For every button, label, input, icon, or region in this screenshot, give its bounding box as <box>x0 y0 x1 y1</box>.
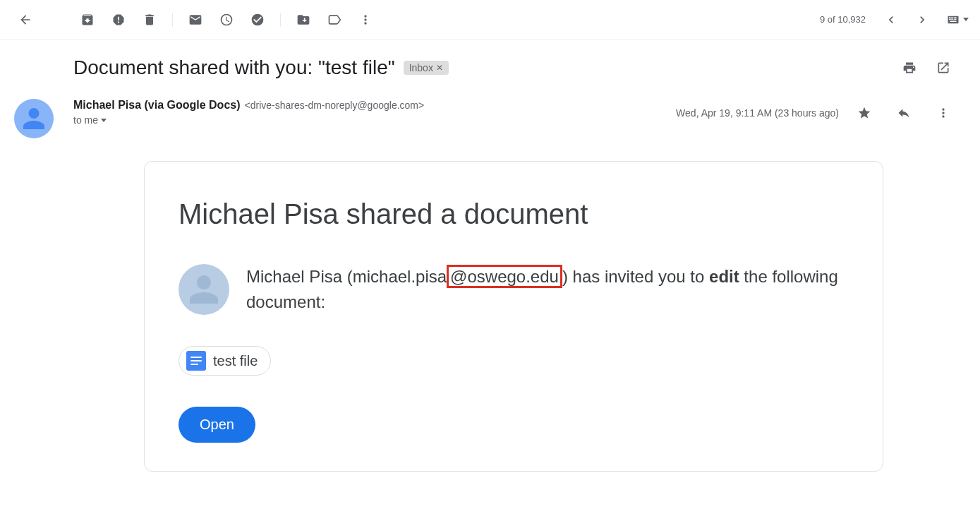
svg-rect-2 <box>950 17 952 18</box>
more-button[interactable] <box>351 6 380 34</box>
remove-label-button[interactable]: ✕ <box>436 63 443 73</box>
archive-icon <box>80 13 95 27</box>
invite-prefix: Michael Pisa (michael.pisa <box>246 267 447 286</box>
chevron-down-icon <box>101 119 107 122</box>
permission-word: edit <box>709 267 739 286</box>
card-row: Michael Pisa (michael.pisa@oswego.edu) h… <box>179 264 849 315</box>
email-meta: Wed, Apr 19, 9:11 AM (23 hours ago) <box>676 99 957 127</box>
svg-rect-3 <box>952 17 954 18</box>
file-chip[interactable]: test file <box>179 346 271 376</box>
archive-button[interactable] <box>73 6 102 34</box>
back-button[interactable] <box>11 6 40 34</box>
sender-email: <drive-shares-dm-noreply@google.com> <box>245 100 425 111</box>
svg-rect-10 <box>955 18 957 20</box>
move-to-icon <box>296 13 310 27</box>
spam-button[interactable] <box>104 6 133 34</box>
prev-button[interactable] <box>877 6 905 34</box>
person-icon <box>187 273 221 306</box>
keyboard-icon <box>945 13 962 26</box>
labels-button[interactable] <box>320 6 349 34</box>
svg-rect-7 <box>950 18 952 20</box>
input-tools[interactable] <box>945 13 969 26</box>
open-new-icon <box>936 61 950 75</box>
invite-mid: ) has invited you to <box>562 267 709 286</box>
divider <box>172 13 173 27</box>
message-more-button[interactable] <box>929 99 957 127</box>
arrow-left-icon <box>18 13 32 27</box>
add-task-button[interactable] <box>243 6 272 34</box>
email-subject: Document shared with you: "test file" <box>73 56 395 79</box>
pagination-count: 9 of 10,932 <box>820 14 866 25</box>
task-add-icon <box>250 13 265 27</box>
divider <box>280 13 281 27</box>
sender-name: Michael Pisa (via Google Docs) <box>73 99 241 112</box>
svg-rect-9 <box>954 18 955 20</box>
email-header: Michael Pisa (via Google Docs) <drive-sh… <box>73 99 957 127</box>
chevron-right-icon <box>915 13 929 27</box>
clock-icon <box>219 13 234 27</box>
chevron-left-icon <box>884 13 898 27</box>
next-button[interactable] <box>908 6 936 34</box>
svg-rect-11 <box>950 20 957 22</box>
label-icon <box>327 13 341 27</box>
snooze-button[interactable] <box>212 6 241 34</box>
email-content: Document shared with you: "test file" In… <box>0 40 980 472</box>
more-vert-icon <box>936 106 950 120</box>
svg-rect-5 <box>955 17 957 18</box>
card-title: Michael Pisa shared a document <box>179 198 849 230</box>
print-button[interactable] <box>895 54 924 82</box>
share-card: Michael Pisa shared a document Michael P… <box>144 161 883 472</box>
mail-icon <box>188 13 202 27</box>
star-icon <box>857 106 871 120</box>
chevron-down-icon <box>963 18 969 21</box>
to-text: to me <box>73 114 98 126</box>
reply-button[interactable] <box>890 99 918 127</box>
subject-actions <box>895 54 957 82</box>
new-window-button[interactable] <box>929 54 957 82</box>
subject-row: Document shared with you: "test file" In… <box>73 54 957 82</box>
delete-button[interactable] <box>135 6 164 34</box>
open-button[interactable]: Open <box>179 407 255 443</box>
star-button[interactable] <box>850 99 878 127</box>
trash-icon <box>143 13 157 27</box>
more-vert-icon <box>358 13 373 27</box>
email-date: Wed, Apr 19, 9:11 AM (23 hours ago) <box>676 107 839 119</box>
file-name: test file <box>213 353 258 369</box>
mark-unread-button[interactable] <box>181 6 210 34</box>
inbox-label[interactable]: Inbox ✕ <box>404 61 449 75</box>
invite-text: Michael Pisa (michael.pisa@oswego.edu) h… <box>246 264 849 315</box>
sender-avatar <box>14 99 54 138</box>
sharer-avatar <box>179 264 229 315</box>
person-icon <box>21 106 47 131</box>
email-domain-highlight: @oswego.edu <box>447 265 562 288</box>
recipient-line[interactable]: to me <box>73 114 676 126</box>
label-text: Inbox <box>409 62 433 73</box>
move-button[interactable] <box>289 6 317 34</box>
toolbar-left <box>11 6 380 34</box>
toolbar-right: 9 of 10,932 <box>820 6 969 34</box>
docs-icon <box>186 351 206 371</box>
toolbar: 9 of 10,932 <box>0 0 980 40</box>
svg-rect-4 <box>954 17 955 18</box>
svg-rect-1 <box>949 17 950 18</box>
report-spam-icon <box>111 13 126 27</box>
print-icon <box>902 61 917 75</box>
svg-rect-6 <box>949 18 950 20</box>
reply-icon <box>897 106 911 120</box>
sender-line: Michael Pisa (via Google Docs) <drive-sh… <box>73 99 676 112</box>
svg-rect-8 <box>952 18 954 20</box>
sender-block: Michael Pisa (via Google Docs) <drive-sh… <box>73 99 676 126</box>
